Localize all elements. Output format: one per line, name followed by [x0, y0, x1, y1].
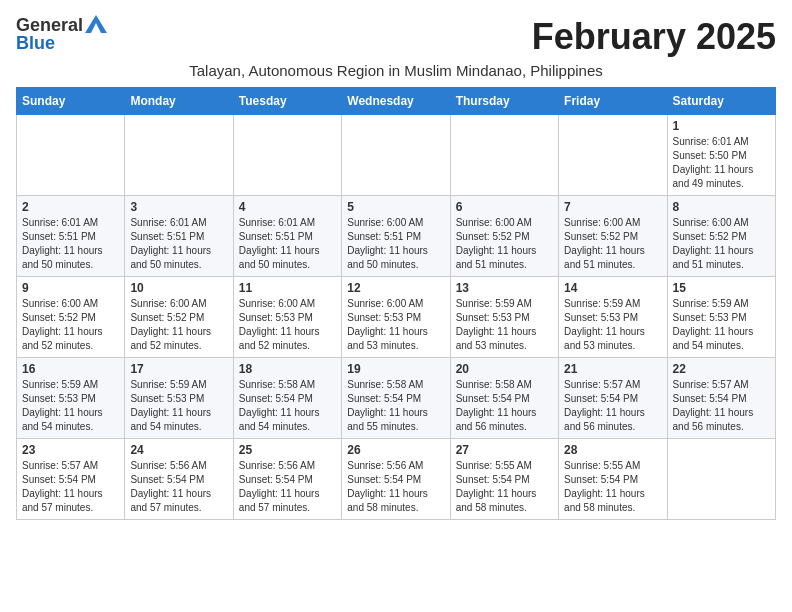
calendar-table: SundayMondayTuesdayWednesdayThursdayFrid…: [16, 87, 776, 520]
day-number: 2: [22, 200, 119, 214]
logo: General Blue: [16, 16, 107, 52]
calendar-header-row: SundayMondayTuesdayWednesdayThursdayFrid…: [17, 88, 776, 115]
day-number: 13: [456, 281, 553, 295]
calendar-day-cell: 3Sunrise: 6:01 AM Sunset: 5:51 PM Daylig…: [125, 196, 233, 277]
calendar-day-cell: 8Sunrise: 6:00 AM Sunset: 5:52 PM Daylig…: [667, 196, 775, 277]
day-info: Sunrise: 5:55 AM Sunset: 5:54 PM Dayligh…: [564, 459, 661, 515]
calendar-day-cell: 4Sunrise: 6:01 AM Sunset: 5:51 PM Daylig…: [233, 196, 341, 277]
calendar-day-cell: 15Sunrise: 5:59 AM Sunset: 5:53 PM Dayli…: [667, 277, 775, 358]
calendar-day-cell: [667, 439, 775, 520]
month-title: February 2025: [532, 16, 776, 58]
day-info: Sunrise: 5:55 AM Sunset: 5:54 PM Dayligh…: [456, 459, 553, 515]
logo-blue-text: Blue: [16, 34, 55, 52]
calendar-day-cell: 22Sunrise: 5:57 AM Sunset: 5:54 PM Dayli…: [667, 358, 775, 439]
calendar-day-header: Friday: [559, 88, 667, 115]
day-number: 11: [239, 281, 336, 295]
day-info: Sunrise: 5:59 AM Sunset: 5:53 PM Dayligh…: [673, 297, 770, 353]
day-number: 18: [239, 362, 336, 376]
day-number: 12: [347, 281, 444, 295]
day-info: Sunrise: 5:59 AM Sunset: 5:53 PM Dayligh…: [130, 378, 227, 434]
day-info: Sunrise: 6:00 AM Sunset: 5:52 PM Dayligh…: [22, 297, 119, 353]
day-info: Sunrise: 5:56 AM Sunset: 5:54 PM Dayligh…: [130, 459, 227, 515]
day-info: Sunrise: 6:01 AM Sunset: 5:51 PM Dayligh…: [130, 216, 227, 272]
calendar-day-cell: 17Sunrise: 5:59 AM Sunset: 5:53 PM Dayli…: [125, 358, 233, 439]
calendar-day-header: Sunday: [17, 88, 125, 115]
calendar-day-cell: 12Sunrise: 6:00 AM Sunset: 5:53 PM Dayli…: [342, 277, 450, 358]
logo-icon: [85, 15, 107, 33]
calendar-day-cell: 1Sunrise: 6:01 AM Sunset: 5:50 PM Daylig…: [667, 115, 775, 196]
calendar-day-header: Wednesday: [342, 88, 450, 115]
calendar-week-row: 1Sunrise: 6:01 AM Sunset: 5:50 PM Daylig…: [17, 115, 776, 196]
calendar-day-cell: 24Sunrise: 5:56 AM Sunset: 5:54 PM Dayli…: [125, 439, 233, 520]
calendar-day-cell: 11Sunrise: 6:00 AM Sunset: 5:53 PM Dayli…: [233, 277, 341, 358]
day-info: Sunrise: 5:59 AM Sunset: 5:53 PM Dayligh…: [456, 297, 553, 353]
day-info: Sunrise: 5:57 AM Sunset: 5:54 PM Dayligh…: [564, 378, 661, 434]
day-number: 23: [22, 443, 119, 457]
calendar-day-cell: [342, 115, 450, 196]
calendar-week-row: 9Sunrise: 6:00 AM Sunset: 5:52 PM Daylig…: [17, 277, 776, 358]
day-info: Sunrise: 6:01 AM Sunset: 5:51 PM Dayligh…: [239, 216, 336, 272]
day-number: 10: [130, 281, 227, 295]
calendar-day-cell: [450, 115, 558, 196]
day-number: 19: [347, 362, 444, 376]
calendar-day-cell: [125, 115, 233, 196]
calendar-day-cell: 7Sunrise: 6:00 AM Sunset: 5:52 PM Daylig…: [559, 196, 667, 277]
day-info: Sunrise: 6:00 AM Sunset: 5:52 PM Dayligh…: [673, 216, 770, 272]
header: General Blue February 2025: [16, 16, 776, 58]
calendar-week-row: 23Sunrise: 5:57 AM Sunset: 5:54 PM Dayli…: [17, 439, 776, 520]
calendar-day-cell: 13Sunrise: 5:59 AM Sunset: 5:53 PM Dayli…: [450, 277, 558, 358]
day-number: 28: [564, 443, 661, 457]
calendar-week-row: 2Sunrise: 6:01 AM Sunset: 5:51 PM Daylig…: [17, 196, 776, 277]
day-info: Sunrise: 5:58 AM Sunset: 5:54 PM Dayligh…: [347, 378, 444, 434]
day-info: Sunrise: 6:00 AM Sunset: 5:52 PM Dayligh…: [130, 297, 227, 353]
day-info: Sunrise: 6:01 AM Sunset: 5:50 PM Dayligh…: [673, 135, 770, 191]
day-info: Sunrise: 5:56 AM Sunset: 5:54 PM Dayligh…: [239, 459, 336, 515]
day-info: Sunrise: 6:00 AM Sunset: 5:53 PM Dayligh…: [239, 297, 336, 353]
day-info: Sunrise: 5:56 AM Sunset: 5:54 PM Dayligh…: [347, 459, 444, 515]
day-number: 16: [22, 362, 119, 376]
day-number: 8: [673, 200, 770, 214]
day-info: Sunrise: 5:57 AM Sunset: 5:54 PM Dayligh…: [673, 378, 770, 434]
calendar-day-header: Saturday: [667, 88, 775, 115]
day-info: Sunrise: 6:00 AM Sunset: 5:51 PM Dayligh…: [347, 216, 444, 272]
day-info: Sunrise: 5:57 AM Sunset: 5:54 PM Dayligh…: [22, 459, 119, 515]
calendar-day-cell: [233, 115, 341, 196]
calendar-day-cell: 16Sunrise: 5:59 AM Sunset: 5:53 PM Dayli…: [17, 358, 125, 439]
day-number: 17: [130, 362, 227, 376]
calendar-day-cell: 23Sunrise: 5:57 AM Sunset: 5:54 PM Dayli…: [17, 439, 125, 520]
day-number: 21: [564, 362, 661, 376]
day-number: 20: [456, 362, 553, 376]
day-info: Sunrise: 5:58 AM Sunset: 5:54 PM Dayligh…: [239, 378, 336, 434]
day-info: Sunrise: 5:59 AM Sunset: 5:53 PM Dayligh…: [564, 297, 661, 353]
calendar-day-cell: 20Sunrise: 5:58 AM Sunset: 5:54 PM Dayli…: [450, 358, 558, 439]
day-number: 5: [347, 200, 444, 214]
day-info: Sunrise: 6:00 AM Sunset: 5:52 PM Dayligh…: [456, 216, 553, 272]
calendar-day-cell: 21Sunrise: 5:57 AM Sunset: 5:54 PM Dayli…: [559, 358, 667, 439]
calendar-day-cell: 19Sunrise: 5:58 AM Sunset: 5:54 PM Dayli…: [342, 358, 450, 439]
calendar-day-header: Monday: [125, 88, 233, 115]
calendar-day-cell: 6Sunrise: 6:00 AM Sunset: 5:52 PM Daylig…: [450, 196, 558, 277]
day-number: 22: [673, 362, 770, 376]
day-number: 1: [673, 119, 770, 133]
day-info: Sunrise: 6:00 AM Sunset: 5:52 PM Dayligh…: [564, 216, 661, 272]
calendar-week-row: 16Sunrise: 5:59 AM Sunset: 5:53 PM Dayli…: [17, 358, 776, 439]
calendar-day-cell: 2Sunrise: 6:01 AM Sunset: 5:51 PM Daylig…: [17, 196, 125, 277]
day-number: 3: [130, 200, 227, 214]
calendar-day-cell: 10Sunrise: 6:00 AM Sunset: 5:52 PM Dayli…: [125, 277, 233, 358]
day-number: 4: [239, 200, 336, 214]
calendar-day-cell: 26Sunrise: 5:56 AM Sunset: 5:54 PM Dayli…: [342, 439, 450, 520]
calendar-day-cell: 25Sunrise: 5:56 AM Sunset: 5:54 PM Dayli…: [233, 439, 341, 520]
calendar-day-cell: 18Sunrise: 5:58 AM Sunset: 5:54 PM Dayli…: [233, 358, 341, 439]
calendar-day-header: Tuesday: [233, 88, 341, 115]
calendar-day-cell: 28Sunrise: 5:55 AM Sunset: 5:54 PM Dayli…: [559, 439, 667, 520]
calendar-day-cell: [17, 115, 125, 196]
calendar-day-cell: 14Sunrise: 5:59 AM Sunset: 5:53 PM Dayli…: [559, 277, 667, 358]
day-info: Sunrise: 6:00 AM Sunset: 5:53 PM Dayligh…: [347, 297, 444, 353]
subtitle: Talayan, Autonomous Region in Muslim Min…: [16, 62, 776, 79]
logo-general-text: General: [16, 16, 83, 34]
day-number: 26: [347, 443, 444, 457]
day-info: Sunrise: 5:59 AM Sunset: 5:53 PM Dayligh…: [22, 378, 119, 434]
day-number: 14: [564, 281, 661, 295]
day-number: 27: [456, 443, 553, 457]
day-info: Sunrise: 5:58 AM Sunset: 5:54 PM Dayligh…: [456, 378, 553, 434]
